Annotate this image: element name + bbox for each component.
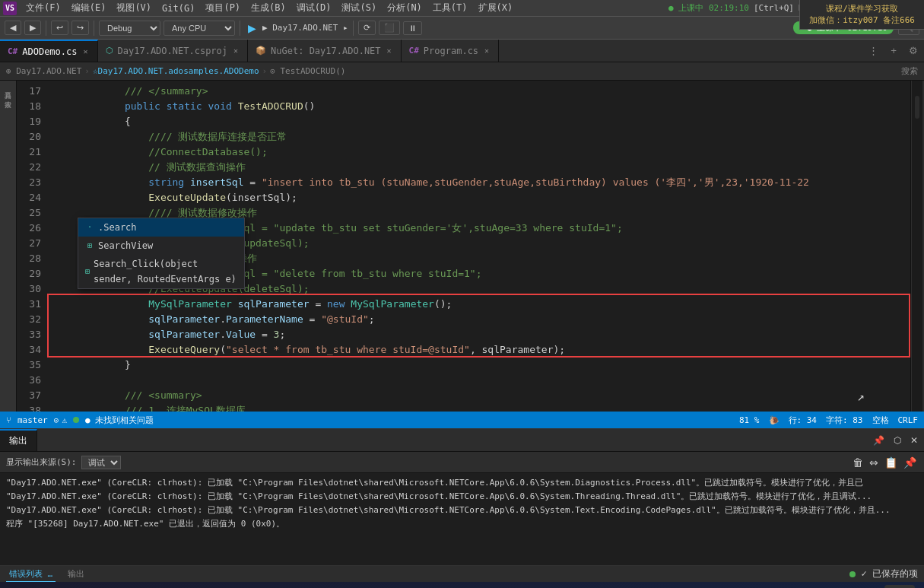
status-dot bbox=[73, 417, 79, 423]
line-info: 行: 34 bbox=[789, 415, 818, 426]
path-bar: ⊕ Day17.ADO.NET › ☆Day17.ADO.NET.adosamp… bbox=[0, 62, 924, 81]
error-tab-bar: 错误列表 … 输出 ✓ 已保存的项 bbox=[0, 565, 924, 582]
toolbox-label[interactable]: 工具箱 bbox=[3, 84, 13, 90]
nuget-icon: 📦 bbox=[256, 46, 266, 56]
platform-dropdown[interactable]: Any CPU bbox=[164, 21, 235, 36]
code-line-20: //// 测试数据库连接是否正常 bbox=[53, 129, 910, 145]
code-line-35: } bbox=[53, 358, 910, 373]
output-tab-main[interactable]: 输出 bbox=[0, 429, 37, 451]
ac-icon-class: ⊞ bbox=[84, 240, 95, 251]
source-select[interactable]: 调试 bbox=[81, 456, 121, 469]
toolbar-btn-1[interactable]: ⟳ bbox=[358, 21, 376, 35]
menu-analyze[interactable]: 分析(N) bbox=[383, 0, 427, 16]
tab-nuget[interactable]: 📦 NuGet: Day17.ADO.NET ✕ bbox=[248, 40, 402, 62]
menu-tools[interactable]: 工具(T) bbox=[428, 0, 472, 16]
undo-button[interactable]: ↩ bbox=[51, 21, 68, 35]
tab-close-program[interactable]: ✕ bbox=[483, 46, 491, 56]
source-label: 显示输出来源(S): bbox=[6, 456, 77, 468]
ac-item-search-click[interactable]: ⊞ Search_Click(object sender, RoutedEven… bbox=[78, 255, 244, 288]
copy-btn[interactable]: 📋 bbox=[883, 455, 899, 470]
menu-test[interactable]: 测试(S) bbox=[337, 0, 381, 16]
error-tab-output[interactable]: 输出 bbox=[65, 567, 87, 581]
tab-label-program: Program.cs bbox=[424, 46, 478, 56]
main-editor-layout: 工具箱 搜索 17 18 19 20 21 22 23 24 25 26 27 … bbox=[0, 81, 924, 412]
toolbar-btn-2[interactable]: ⬛ bbox=[379, 21, 400, 35]
ac-label-search-click: Search_Click(object sender, RoutedEventA… bbox=[94, 256, 238, 287]
output-toolbar: 显示输出来源(S): 调试 🗑 ⇔ 📋 📌 bbox=[0, 452, 924, 473]
git-icon: ⑂ bbox=[6, 415, 11, 425]
ac-icon-event: ⊞ bbox=[84, 266, 90, 277]
tab-close-nuget[interactable]: ✕ bbox=[386, 46, 393, 56]
code-line-17: /// </summary> bbox=[53, 84, 910, 99]
status-bar: ⑂ master ⊙⚠ ● 未找到相关问题 81 % 🐌 行: 34 字符: 8… bbox=[0, 412, 924, 428]
separator-1 bbox=[46, 21, 46, 36]
clear-btn[interactable]: 🗑 bbox=[851, 455, 865, 470]
debug-config-dropdown[interactable]: Debug bbox=[99, 21, 160, 36]
code-line-31: MySqlParameter sqlParameter = new MySqlP… bbox=[53, 297, 910, 312]
output-close-btn[interactable]: ✕ bbox=[907, 434, 921, 447]
git-status: master bbox=[17, 415, 48, 425]
redo-button[interactable]: ↪ bbox=[71, 21, 89, 35]
editor-area[interactable]: 17 18 19 20 21 22 23 24 25 26 27 28 29 3… bbox=[17, 81, 924, 412]
menu-git[interactable]: Git(G) bbox=[157, 2, 199, 15]
menu-project[interactable]: 项目(P) bbox=[201, 0, 245, 16]
wrap-btn[interactable]: ⇔ bbox=[868, 455, 880, 470]
search-label-side[interactable]: 搜索 bbox=[3, 93, 13, 99]
autocomplete-popup[interactable]: · .Search ⊞ SearchView ⊞ Search_Click(ob… bbox=[78, 218, 245, 289]
code-line-33: sqlParameter.Value = 3; bbox=[53, 327, 910, 342]
output-toolbar-actions: 🗑 ⇔ 📋 📌 bbox=[851, 455, 918, 470]
menu-debug[interactable]: 调试(D) bbox=[292, 0, 336, 16]
tab-program-cs[interactable]: C# Program.cs ✕ bbox=[402, 40, 500, 62]
progress-indicator: 81 % bbox=[739, 415, 760, 425]
toolbar-btn-3[interactable]: ⏸ bbox=[403, 21, 422, 35]
tab-settings-btn[interactable]: ⚙ bbox=[903, 40, 924, 62]
run-button[interactable]: ▶ bbox=[245, 21, 259, 36]
path-seg-3: ⊙ TestADOCRUD() bbox=[270, 66, 345, 76]
path-seg-2: ☆Day17.ADO.NET.adosamples.ADODemo bbox=[93, 66, 259, 76]
code-line-38: /// 1. 连接MySQL数据库 bbox=[53, 403, 910, 412]
code-editor[interactable]: /// </summary> public static void TestAD… bbox=[47, 81, 910, 412]
back-button[interactable]: ◀ bbox=[5, 21, 21, 35]
right-scrollbar[interactable] bbox=[910, 81, 924, 412]
output-content: "Day17.ADO.NET.exe" (CoreCLR: clrhost): … bbox=[0, 473, 924, 565]
menu-build[interactable]: 生成(B) bbox=[246, 0, 291, 16]
menu-edit[interactable]: 编辑(E) bbox=[67, 0, 111, 16]
code-line-36 bbox=[53, 373, 910, 388]
online-indicator: ● 上课中 02:19:10 bbox=[668, 2, 749, 14]
tab-label-adodemo: ADODemo.cs bbox=[22, 46, 77, 57]
menu-extensions[interactable]: 扩展(X) bbox=[474, 0, 518, 16]
tab-overflow-btn[interactable]: ⋮ bbox=[862, 40, 884, 62]
csproj-icon: ⬡ bbox=[106, 46, 113, 56]
menu-file[interactable]: 文件(F) bbox=[21, 0, 65, 16]
code-line-24: ExecuteUpdate(insertSql); bbox=[53, 190, 910, 205]
tab-adodemo-cs[interactable]: C# ADODemo.cs ✕ bbox=[0, 40, 98, 62]
project-name: ▶ Day17.ADO.NET ▸ bbox=[262, 23, 348, 33]
code-line-22: // 测试数据查询操作 bbox=[53, 160, 910, 175]
saved-dot bbox=[849, 571, 856, 577]
tab-close-adodemo[interactable]: ✕ bbox=[82, 46, 90, 56]
pin-btn[interactable]: 📌 bbox=[902, 455, 918, 470]
toolbar: ◀ ▶ ↩ ↪ Debug Any CPU ▶ ▶ Day17.ADO.NET … bbox=[0, 17, 924, 40]
program-cs-icon: C# bbox=[409, 46, 419, 56]
tab-close-csproj[interactable]: ✕ bbox=[232, 46, 240, 56]
output-tab-label: 输出 bbox=[9, 434, 27, 447]
menu-view[interactable]: 视图(V) bbox=[112, 0, 156, 16]
ac-item-searchview[interactable]: ⊞ SearchView bbox=[78, 237, 244, 255]
tab-label-csproj: Day17.ADO.NET.csproj bbox=[118, 46, 228, 56]
tab-csproj[interactable]: ⬡ Day17.ADO.NET.csproj ✕ bbox=[98, 40, 249, 62]
forward-button[interactable]: ▶ bbox=[24, 21, 41, 35]
code-line-18: public static void TestADOCRUD() bbox=[53, 99, 910, 114]
saved-text: ✓ 已保存的项 bbox=[862, 567, 918, 580]
status-right: 81 % 🐌 行: 34 字符: 83 空格 CRLF bbox=[739, 415, 918, 426]
separator-3 bbox=[240, 21, 240, 36]
line-numbers: 17 18 19 20 21 22 23 24 25 26 27 28 29 3… bbox=[17, 81, 47, 412]
output-line-4: 程序 "[35268] Day17.ADO.NET.exe" 已退出，返回值为 … bbox=[6, 517, 918, 531]
output-line-3: "Day17.ADO.NET.exe" (CoreCLR: clrhost): … bbox=[6, 504, 918, 517]
output-pin-btn[interactable]: 📌 bbox=[870, 434, 887, 447]
bottom-banner: ⏸ 课程/课件获取，请加微信itzy007 立即前往下载领取 CD课程 bbox=[0, 582, 924, 588]
ac-item-search[interactable]: · .Search bbox=[78, 218, 244, 237]
error-tab-list[interactable]: 错误列表 … bbox=[6, 567, 56, 582]
output-panel: 输出 📌 ⬡ ✕ 显示输出来源(S): 调试 🗑 ⇔ 📋 📌 "Day17.AD… bbox=[0, 428, 924, 565]
output-float-btn[interactable]: ⬡ bbox=[891, 434, 904, 447]
tab-add-btn[interactable]: + bbox=[884, 40, 903, 62]
